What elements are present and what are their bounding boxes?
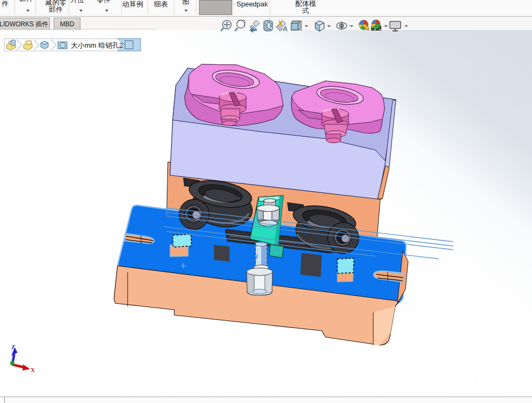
svg-text:X: X	[31, 367, 35, 373]
svg-text:Z: Z	[11, 344, 15, 350]
svg-text:大小mm 暗销孔2: 大小mm 暗销孔2	[71, 41, 123, 49]
svg-text:A: A	[283, 25, 288, 33]
